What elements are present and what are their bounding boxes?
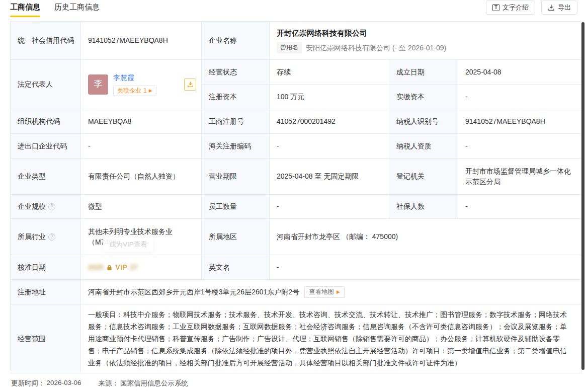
text-icon: T [492,4,499,11]
company-size-value: 微型 [81,195,202,219]
address-cell: 河南省开封市示范区西郊乡开元西岸1号楼3单元26层2601东户附2号 查看地图 … [81,280,581,304]
tab-bar: 工商信息 历史工商信息 T 文字介绍 导出 [0,0,585,21]
import-export-value: - [81,134,202,159]
industry-label: 所属行业 [18,231,46,242]
former-name-row: 曾用名 安阳亿崇网络科技有限公司 (- 至 2026-01-09) [277,42,446,53]
former-name-value: 安阳亿崇网络科技有限公司 (- 至 2026-01-09) [306,43,446,53]
text-intro-label: 文字介绍 [503,3,529,12]
related-companies-count: 1 [143,87,147,95]
insured-label: 社保人数 [389,195,458,219]
masked-date-right: 27 [130,262,138,272]
established-value: 2025-04-08 [458,60,581,85]
caret-right-icon: ▶ [149,89,152,93]
help-icon[interactable]: ? [48,203,55,210]
tabs: 工商信息 历史工商信息 [10,3,100,18]
address-value: 河南省开封市示范区西郊乡开元西岸1号楼3单元26层2601东户附2号 [88,287,299,297]
view-map-label: 查看地图 [309,288,334,296]
english-name-label: 英文名 [202,255,270,280]
active-tab-underline [10,16,40,17]
help-icon[interactable]: ? [48,233,55,241]
scope-value: 一般项目：科技中介服务；物联网技术服务；技术服务、技术开发、技术咨询、技术交流、… [88,308,569,369]
paid-capital-label: 实缴资本 [389,85,458,109]
approval-date-label: 核准日期 [11,255,81,280]
scope-label: 经营范围 [11,304,81,373]
taxpayer-quality-value: - [458,134,581,159]
import-export-label: 进出口企业代码 [11,134,81,159]
update-time-value: 2026-03-06 [47,379,81,388]
avatar[interactable]: 李 [88,74,108,95]
legal-rep-info: 李慧霞 关联企业 1 ▶ [113,72,156,97]
tab-business-info[interactable]: 工商信息 [10,3,40,18]
former-name-tag: 曾用名 [277,42,302,53]
status-value: 存续 [270,60,389,85]
download-icon [187,81,194,88]
region-value: 河南省开封市龙亭区 （邮编： 475000) [270,219,581,255]
business-term-label: 营业期限 [202,159,270,195]
taxpayer-quality-label: 纳税人资质 [389,134,458,159]
company-type-value: 有限责任公司（自然人独资） [81,159,202,195]
export-button[interactable]: 导出 [541,1,577,15]
address-label: 注册地址 [11,280,81,304]
region-label: 所属地区 [202,219,270,255]
reg-capital-value: 100 万元 [270,85,389,109]
scrollbar[interactable] [581,22,584,370]
company-size-label: 企业规模 [18,201,46,211]
vip-watermark: 成为VIP查看 [103,238,153,252]
established-label: 成立日期 [389,60,458,85]
company-name-cell: 开封亿崇网络科技有限公司 曾用名 安阳亿崇网络科技有限公司 (- 至 2026-… [270,22,581,60]
data-source: 来源： 国家信用信息公示系统 [99,379,189,388]
company-name-label: 企业名称 [202,22,270,60]
legal-rep-name-link[interactable]: 李慧霞 [113,72,134,83]
reg-authority-value: 开封市市场监督管理局城乡一体化示范区分局 [458,159,581,195]
masked-date-left: 2025 [88,262,104,272]
export-label: 导出 [558,3,571,12]
company-name-value: 开封亿崇网络科技有限公司 [277,28,367,39]
text-intro-button[interactable]: T 文字介绍 [486,1,535,15]
caret-right-icon: ▶ [337,290,340,294]
related-companies-label: 关联企业 [117,87,141,95]
industry-label-cell: 所属行业 ? [11,219,81,255]
industry-cell: 其他未列明专业技术服务业（M7499） 成为VIP查看 [81,219,202,255]
update-time: 更新时间： 2026-03-06 [11,379,81,388]
english-name-value: - [270,255,581,280]
lock-icon [106,264,113,271]
credit-code-value: 91410527MAEEYBQA8H [81,22,202,60]
reg-authority-label: 登记机关 [389,159,458,195]
staff-value: - [270,195,389,219]
legal-rep-export-button[interactable] [184,79,196,91]
update-time-label: 更新时间： [11,379,45,388]
tab-history-label: 历史工商信息 [54,3,100,11]
company-size-label-cell: 企业规模 ? [11,195,81,219]
reg-no-label: 工商注册号 [202,109,270,134]
status-label: 经营状态 [202,60,270,85]
footer: 更新时间： 2026-03-06 来源： 国家信用信息公示系统 [11,379,188,388]
legal-rep-label: 法定代表人 [11,60,81,109]
data-source-value: 国家信用信息公示系统 [120,379,188,388]
business-info-table: 统一社会信用代码 91410527MAEEYBQA8H 企业名称 开封亿崇网络科… [10,21,581,371]
vip-badge[interactable]: VIP [115,262,127,272]
insured-value: - [458,195,581,219]
org-code-label: 组织机构代码 [11,109,81,134]
toolbar: T 文字介绍 导出 [486,1,577,15]
related-companies-button[interactable]: 关联企业 1 ▶ [113,86,156,96]
scope-cell: 一般项目：科技中介服务；物联网技术服务；技术服务、技术开发、技术咨询、技术交流、… [81,304,581,373]
view-map-button[interactable]: 查看地图 ▶ [304,286,345,298]
credit-code-label: 统一社会信用代码 [11,22,81,60]
approval-date-cell: 2025 VIP 27 [81,255,202,280]
reg-capital-label: 注册资本 [202,85,270,109]
taxpayer-id-value: 91410527MAEEYBQA8H [458,109,581,134]
data-source-label: 来源： [99,379,119,388]
business-term-value: 2025-04-08 至 无固定期限 [270,159,389,195]
customs-label: 海关注册编码 [202,134,270,159]
taxpayer-id-label: 纳税人识别号 [389,109,458,134]
reg-no-value: 410527000201492 [270,109,389,134]
tab-business-info-label: 工商信息 [10,3,40,11]
customs-value: - [270,134,389,159]
download-icon [548,4,555,11]
company-type-label: 企业类型 [11,159,81,195]
business-info-page: 工商信息 历史工商信息 T 文字介绍 导出 统一社会信用代码 91410527M… [0,0,585,392]
tab-history-business-info[interactable]: 历史工商信息 [54,3,100,18]
legal-rep-cell: 李 李慧霞 关联企业 1 ▶ [81,60,202,109]
paid-capital-value: - [458,85,581,109]
org-code-value: MAEEYBQA8 [81,109,202,134]
